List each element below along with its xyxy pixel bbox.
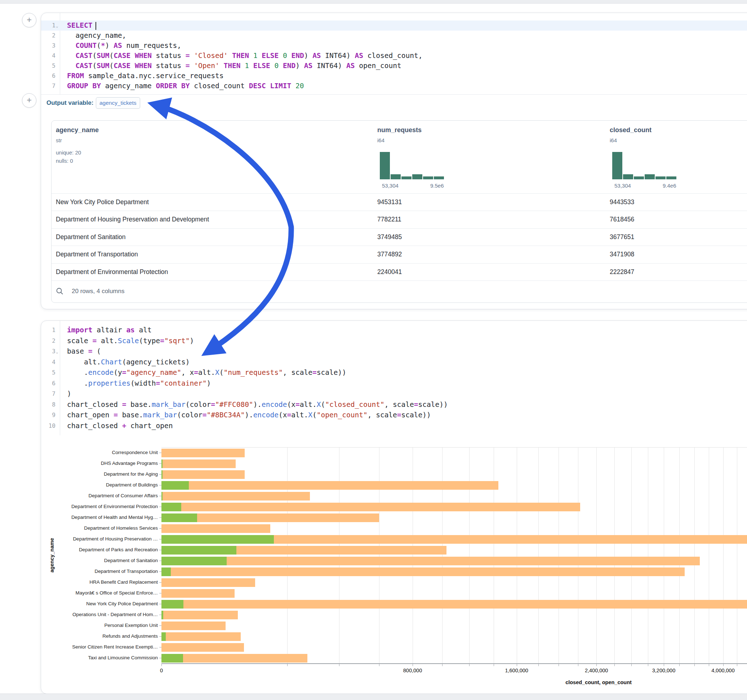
sql-line[interactable]: 6FROM sample_data.nyc.service_requests [41,71,747,81]
code-token [249,62,253,70]
code-token: INT64) [312,62,346,70]
x-axis-tick [648,664,648,666]
histogram-bar [666,177,676,180]
python-line[interactable]: 9chart_open = base.mark_bar(color="#8BC3… [41,410,747,421]
gridline [578,448,578,664]
gridline [737,448,737,664]
gridline [723,448,724,664]
code-token: = [186,62,190,70]
sql-line[interactable]: 1⌄SELECT [41,21,747,31]
sql-cell-card: 1⌄SELECT2 agency_name,3 COUNT(*) AS num_… [41,13,747,309]
column-name: agency_name [56,127,99,134]
fold-chevron-icon[interactable]: ⌄ [56,347,58,358]
code-token: alt. [97,337,118,345]
code-token: GROUP BY [67,82,101,90]
search-icon[interactable] [56,287,64,295]
table-cell: 9453131 [377,198,402,206]
add-cell-above-button[interactable]: + [22,13,36,27]
histogram-bar [391,174,401,180]
python-line[interactable]: 7) [41,389,747,399]
code-token: "num_requests" [224,368,283,377]
python-editor[interactable]: 1import altair as alt2scale = alt.Scale(… [41,325,747,431]
chart-bar-closed [162,524,270,533]
python-line[interactable]: 10chart_closed + chart_open [41,421,747,431]
table-cell: Department of Housing Preservation and D… [56,216,209,223]
line-number: 5 [41,61,56,71]
gridline [694,448,695,664]
code-text: chart_closed = base.mark_bar(color="#FFC… [67,399,448,410]
code-token: ( [109,51,113,60]
python-line[interactable]: 6 .properties(width="container") [41,378,747,389]
histogram-bar [655,177,665,180]
table-row[interactable]: New York City Police Department945313194… [51,193,747,211]
code-token: Scale [118,337,139,345]
table-cell: 9443533 [610,198,634,206]
table-row[interactable]: Department of Transportation377489234719… [51,246,747,263]
table-cell: Department of Environmental Protection [56,268,168,276]
histogram-max-label: 9.4e6 [663,183,676,189]
line-number: 7 [41,389,56,399]
code-token: = [92,337,97,345]
code-token: ORDER BY [156,82,190,90]
code-text: import altair as alt [67,325,152,336]
code-token: = [160,337,164,345]
code-token: agency_name, [67,31,126,39]
code-token: encode [253,411,278,419]
python-line[interactable]: 5 .encode(y="agency_name", x=alt.X("num_… [41,367,747,378]
code-token: + [122,422,127,430]
code-text: SELECT [67,21,96,31]
python-line[interactable]: 4 alt.Chart(agency_tickets) [41,357,747,368]
chart-bar-open [162,546,236,555]
python-line[interactable]: 2scale = alt.Scale(type="sqrt") [41,336,747,346]
sql-line[interactable]: 4 CAST(SUM(CASE WHEN status = 'Closed' T… [41,51,747,61]
chart-bar-closed [162,470,245,479]
code-token [67,51,75,60]
python-line[interactable]: 3⌄base = ( [41,346,747,357]
code-token [130,51,135,60]
code-token [291,82,295,90]
column-histogram [380,152,445,180]
code-token: ( [92,62,97,70]
output-variable-chip[interactable]: agency_tickets [96,97,140,109]
chart-bar-closed [162,503,580,511]
code-token: mark_bar [143,411,177,419]
code-token: = [312,368,317,377]
add-cell-below-button[interactable]: + [22,93,36,108]
x-axis-tick [379,664,380,666]
code-token: = [122,400,127,409]
code-token: WHEN [135,62,152,70]
code-token: scale [67,337,92,345]
code-token: 0 [274,62,278,70]
sql-editor[interactable]: 1⌄SELECT2 agency_name,3 COUNT(*) AS num_… [41,21,747,91]
result-table: agency_namestrunique: 20nulls: 0num_requ… [51,120,747,303]
code-token [67,62,75,70]
code-token: (x [278,411,287,419]
sql-line[interactable]: 2 agency_name, [41,31,747,41]
table-row[interactable]: Department of Housing Preservation and D… [51,211,747,228]
table-row[interactable]: Department of Environmental Protection22… [51,263,747,281]
column-type: str [56,137,62,143]
code-token: = [122,368,127,377]
code-token: properties [88,379,130,388]
chart-bar-open [162,513,197,522]
sql-line[interactable]: 3 COUNT(*) AS num_requests, [41,41,747,51]
code-token: "open_count" [317,411,367,419]
code-token [219,62,224,70]
code-token: chart_open [126,422,172,430]
code-token: X [215,368,219,377]
table-row[interactable]: Department of Sanitation37494853677651 [51,228,747,246]
table-cell: 3774892 [377,250,402,258]
x-axis-tick [287,664,287,666]
x-axis-tick [162,664,162,666]
code-token [266,82,270,90]
x-axis-tick [494,664,494,666]
x-axis-tick [664,664,664,666]
code-text: COUNT(*) AS num_requests, [67,41,181,51]
code-token: = [113,411,118,419]
sql-line[interactable]: 7GROUP BY agency_name ORDER BY closed_co… [41,81,747,91]
code-token: alt. [198,368,215,377]
python-line[interactable]: 1import altair as alt [41,325,747,336]
sql-line[interactable]: 5 CAST(SUM(CASE WHEN status = 'Open' THE… [41,61,747,71]
fold-chevron-icon[interactable]: ⌄ [56,21,58,31]
python-line[interactable]: 8chart_closed = base.mark_bar(color="#FF… [41,399,747,410]
